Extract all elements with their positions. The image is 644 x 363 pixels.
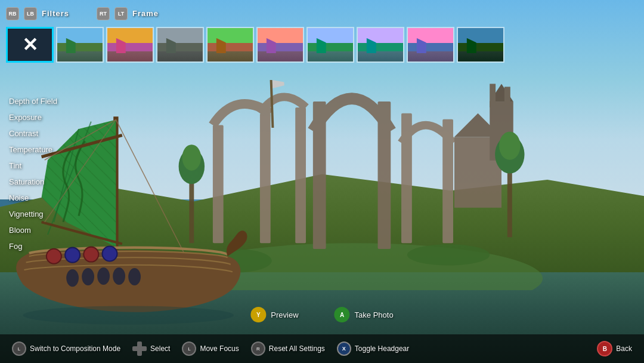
svg-point-36 xyxy=(67,269,79,287)
svg-point-35 xyxy=(103,247,117,262)
svg-rect-13 xyxy=(504,87,510,108)
svg-rect-12 xyxy=(490,84,496,108)
svg-point-32 xyxy=(47,249,61,264)
svg-point-33 xyxy=(66,248,80,263)
svg-point-41 xyxy=(23,306,234,325)
svg-point-39 xyxy=(113,267,126,285)
svg-point-38 xyxy=(98,267,110,285)
svg-rect-2 xyxy=(260,113,271,243)
svg-point-34 xyxy=(84,247,99,262)
svg-point-21 xyxy=(407,244,490,266)
svg-rect-3 xyxy=(295,107,306,243)
svg-line-30 xyxy=(116,120,184,254)
svg-point-19 xyxy=(499,132,521,160)
svg-point-37 xyxy=(82,268,95,285)
svg-point-40 xyxy=(129,268,141,285)
